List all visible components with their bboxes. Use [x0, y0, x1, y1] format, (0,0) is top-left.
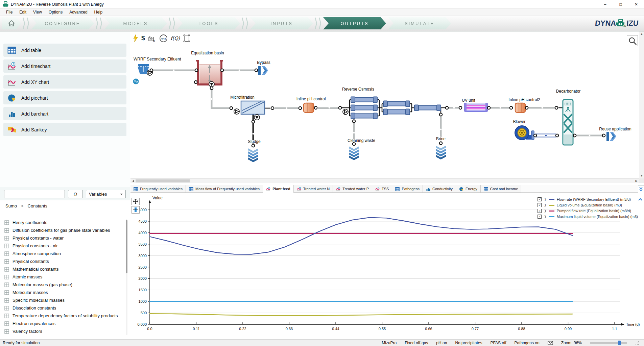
hrt-icon[interactable]: HRT — [159, 34, 168, 43]
output-tab-plant-feed[interactable]: Plant feed — [263, 185, 294, 193]
status-ph[interactable]: pH on — [436, 341, 447, 345]
tabstrip-expand-button[interactable] — [638, 185, 644, 193]
variables-list-item[interactable]: Diffusion coefficients for gas phase sta… — [0, 226, 124, 234]
add-table-button[interactable]: Add table — [3, 44, 126, 57]
chart-pan-button[interactable] — [132, 198, 140, 205]
node-reuse-application[interactable] — [606, 132, 616, 141]
scroll-down-icon[interactable]: ▼ — [639, 173, 644, 178]
variables-list-item[interactable]: Mathematical constants — [0, 265, 124, 273]
function-q-icon[interactable]: f(Q) — [171, 35, 180, 41]
output-tab-cost-and-income[interactable]: Cost and income — [481, 185, 522, 193]
menu-help[interactable]: Help — [91, 10, 106, 15]
output-tab-tss[interactable]: TSS — [372, 185, 392, 193]
add-sankey-button[interactable]: Add Sankey — [3, 123, 126, 136]
plant-export-icon[interactable]: x — [148, 34, 156, 42]
node-uv-unit[interactable] — [464, 103, 487, 112]
legend-checkbox[interactable]: ✓ — [538, 215, 542, 219]
legend-expander-icon[interactable]: ❯ — [544, 209, 547, 213]
output-tab-pathogens[interactable]: Pathogens — [392, 185, 423, 193]
status-pfas[interactable]: PFAS off — [490, 341, 506, 345]
variables-list-item[interactable]: Henry coefficients — [0, 219, 124, 226]
add-timechart-button[interactable]: Add timechart — [3, 59, 126, 73]
tab-simulate[interactable]: SIMULATE — [388, 17, 451, 29]
node-cleaning-waste-outlet[interactable] — [349, 146, 359, 160]
menu-edit[interactable]: Edit — [16, 10, 30, 15]
menu-view[interactable]: View — [30, 10, 45, 15]
minimize-icon[interactable]: – — [597, 0, 613, 8]
flowsheet-canvas[interactable]: WRRF Secondary Effluent Equalization bas… — [130, 31, 644, 183]
add-piechart-button[interactable]: Add piechart — [3, 91, 126, 104]
variables-list-item[interactable]: Atmosphere composition — [0, 250, 124, 257]
zoom-slider-thumb[interactable] — [618, 341, 621, 345]
node-blower[interactable] — [515, 126, 556, 140]
legend-expander-icon[interactable]: ❯ — [544, 215, 547, 218]
node-equalization-basin[interactable] — [194, 60, 223, 87]
output-tab-treated-water-n[interactable]: Treated water N — [294, 185, 333, 193]
output-tab-conductivity[interactable]: Conductivity — [423, 185, 456, 193]
output-tab-mass-flow-of-frequently-used-variables[interactable]: Mass flow of Frequently used variables — [186, 185, 263, 193]
variables-list-item[interactable]: Physical constants - water — [0, 234, 124, 242]
status-offgas[interactable]: Fixed off-gas — [405, 341, 428, 345]
variables-list-item[interactable]: IS coefficients — [0, 335, 124, 337]
status-mizupro[interactable]: MizuPro — [382, 341, 397, 345]
canvas-zoom-button[interactable] — [627, 35, 638, 46]
canvas-hscrollbar[interactable]: ◀ ▶ — [130, 178, 639, 183]
envelope-icon[interactable] — [548, 341, 553, 345]
node-ph-control[interactable] — [304, 103, 314, 113]
hscroll-thumb[interactable] — [136, 179, 190, 182]
menu-options[interactable]: Options — [45, 10, 66, 15]
variables-list-item[interactable]: Valency factors — [0, 327, 124, 335]
variables-list-item[interactable]: Dissociation constants — [0, 304, 124, 312]
add-barchart-button[interactable]: Add barchart — [3, 107, 126, 120]
node-microfiltration[interactable] — [234, 101, 265, 120]
scroll-left-icon[interactable]: ◀ — [130, 179, 136, 182]
legend-collapse-button[interactable] — [638, 196, 643, 202]
dollar-icon[interactable]: $ — [141, 34, 145, 42]
status-pathogens[interactable]: Pathogens on — [515, 341, 540, 345]
menu-file[interactable]: File — [3, 10, 16, 15]
home-button[interactable] — [2, 17, 21, 29]
breadcrumb-root[interactable]: Sumo — [5, 203, 17, 208]
scroll-up-icon[interactable]: ▲ — [639, 31, 644, 36]
node-bypass[interactable] — [258, 66, 268, 75]
omega-button[interactable]: Ω — [68, 190, 83, 198]
tab-inputs[interactable]: INPUTS — [250, 17, 313, 29]
legend-checkbox[interactable]: ✓ — [538, 203, 542, 207]
report-scroll-icon[interactable] — [183, 34, 190, 43]
zoom-slider[interactable] — [590, 342, 627, 344]
variables-list-item[interactable]: Physical constants - air — [0, 242, 124, 250]
search-input[interactable] — [4, 190, 65, 198]
node-sludge-outlet[interactable] — [248, 148, 258, 162]
close-icon[interactable]: ✕ — [628, 0, 644, 8]
legend-expander-icon[interactable]: ❯ — [544, 198, 547, 201]
node-reverse-osmosis[interactable] — [343, 97, 441, 119]
tab-tools[interactable]: TOOLS — [177, 17, 240, 29]
energy-bolt-icon[interactable] — [133, 34, 138, 42]
node-wrrf-influent[interactable] — [133, 64, 153, 84]
variables-list-item[interactable]: Physical constants — [0, 257, 124, 265]
tab-models[interactable]: MODELS — [104, 17, 167, 29]
variables-list-item[interactable]: Molecular masses — [0, 289, 124, 296]
legend-expander-icon[interactable]: ❯ — [544, 203, 547, 207]
node-brine-outlet[interactable] — [436, 146, 446, 159]
node-ph-control2[interactable] — [515, 103, 525, 113]
legend-checkbox[interactable]: ✓ — [538, 209, 542, 213]
variables-list-item[interactable]: Electron equivalences — [0, 320, 124, 327]
output-tab-treated-water-p[interactable]: Treated water P — [333, 185, 372, 193]
add-xychart-button[interactable]: Add XY chart — [3, 75, 126, 89]
output-tab-energy[interactable]: Energy — [456, 185, 481, 193]
variables-list-item[interactable]: Temperature dependency factors of solubi… — [0, 312, 124, 320]
tab-outputs[interactable]: OUTPUTS — [323, 17, 386, 29]
maximize-icon[interactable]: □ — [613, 0, 628, 8]
variables-list-item[interactable]: Specific molecular masses — [0, 296, 124, 304]
resize-grip-icon[interactable] — [635, 341, 639, 345]
variables-list-item[interactable]: Molecular masses (gas phase) — [0, 281, 124, 289]
variables-scrollbar[interactable] — [126, 219, 127, 335]
tab-configure[interactable]: CONFIGURE — [31, 17, 94, 29]
menu-advanced[interactable]: Advanced — [66, 10, 91, 15]
breadcrumb-current[interactable]: Constants — [28, 203, 48, 208]
legend-checkbox[interactable]: ✓ — [538, 197, 542, 201]
variables-list-item[interactable]: Atomic masses — [0, 273, 124, 281]
canvas-vscrollbar[interactable]: ▲ ▼ — [639, 31, 644, 178]
node-decarbonator[interactable] — [563, 100, 573, 145]
